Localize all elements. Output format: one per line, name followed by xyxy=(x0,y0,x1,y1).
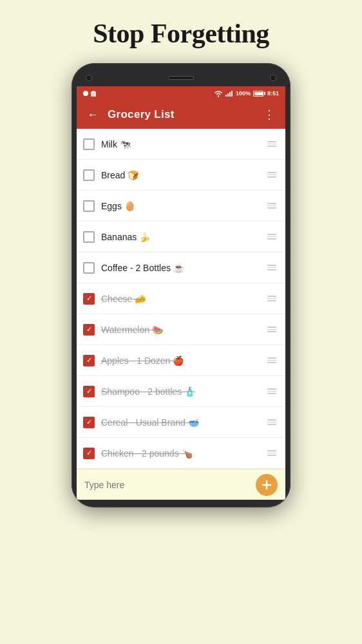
item-text-7: Watermelon 🍉 xyxy=(101,325,265,335)
item-text-1: Milk 🐄 xyxy=(101,139,265,149)
headline: Stop Forgetting xyxy=(93,18,269,49)
checkbox-7[interactable]: ✓ xyxy=(83,324,95,336)
earpiece xyxy=(168,76,194,80)
app-bar: ← Grocery List ⋮ xyxy=(77,100,285,129)
checkbox-11[interactable]: ✓ xyxy=(83,448,95,459)
checkbox-2[interactable] xyxy=(83,169,95,181)
status-bar: 100% 8:51 xyxy=(77,86,285,100)
svg-rect-2 xyxy=(225,95,227,97)
drag-handle-10[interactable] xyxy=(265,418,279,426)
list-item: Coffee - 2 Bottles ☕ xyxy=(77,252,285,283)
list-item: ✓Apples - 1 Dozen 🍎 xyxy=(77,345,285,376)
overflow-menu-button[interactable]: ⋮ xyxy=(261,105,278,124)
phone-screen: 100% 8:51 ← Grocery List ⋮ Milk 🐄Bread 🍞… xyxy=(77,86,285,500)
checkbox-5[interactable] xyxy=(83,262,95,274)
add-icon xyxy=(262,480,272,490)
drag-handle-9[interactable] xyxy=(265,387,279,395)
status-left xyxy=(83,91,97,97)
item-text-6: Cheese 🧀 xyxy=(101,294,265,304)
checkbox-8[interactable]: ✓ xyxy=(83,355,95,366)
signal-dot xyxy=(83,91,88,96)
add-item-button[interactable] xyxy=(256,474,278,496)
svg-rect-4 xyxy=(229,92,231,97)
drag-handle-7[interactable] xyxy=(265,325,279,334)
item-text-11: Chicken - 2 pounds 🍗 xyxy=(101,448,265,459)
signal-icon xyxy=(225,91,233,97)
list-item: Eggs 🥚 xyxy=(77,191,285,222)
item-text-2: Bread 🍞 xyxy=(101,170,265,180)
new-item-input[interactable] xyxy=(84,480,256,490)
list-item: ✓Chicken - 2 pounds 🍗 xyxy=(77,438,285,469)
item-text-3: Eggs 🥚 xyxy=(101,201,265,211)
clock: 8:51 xyxy=(267,90,279,97)
status-right: 100% 8:51 xyxy=(214,90,279,97)
checkbox-9[interactable]: ✓ xyxy=(83,386,95,397)
item-text-8: Apples - 1 Dozen 🍎 xyxy=(101,355,265,366)
checkbox-3[interactable] xyxy=(83,200,95,212)
drag-handle-2[interactable] xyxy=(265,171,279,179)
grocery-list: Milk 🐄Bread 🍞Eggs 🥚Bananas 🍌Coffee - 2 B… xyxy=(77,129,285,469)
phone-frame: 100% 8:51 ← Grocery List ⋮ Milk 🐄Bread 🍞… xyxy=(71,63,291,507)
battery-fill xyxy=(254,92,263,95)
item-text-10: Cereal - Usual Brand 🥣 xyxy=(101,417,265,428)
list-item: ✓Cereal - Usual Brand 🥣 xyxy=(77,407,285,438)
list-item: Milk 🐄 xyxy=(77,129,285,160)
drag-handle-8[interactable] xyxy=(265,356,279,365)
svg-rect-5 xyxy=(231,91,233,97)
back-button[interactable]: ← xyxy=(84,106,101,124)
checkbox-1[interactable] xyxy=(83,138,95,150)
sim-icon xyxy=(91,91,97,97)
item-text-5: Coffee - 2 Bottles ☕ xyxy=(101,263,265,273)
list-item: Bread 🍞 xyxy=(77,160,285,191)
drag-handle-6[interactable] xyxy=(265,294,279,303)
list-item: ✓Cheese 🧀 xyxy=(77,283,285,314)
checkbox-10[interactable]: ✓ xyxy=(83,417,95,428)
battery-percent: 100% xyxy=(236,90,251,97)
phone-top-bar xyxy=(77,71,285,86)
svg-rect-1 xyxy=(92,91,95,93)
app-bar-title: Grocery List xyxy=(108,108,254,121)
drag-handle-3[interactable] xyxy=(265,202,279,210)
bottom-bar xyxy=(77,469,285,500)
list-item: Bananas 🍌 xyxy=(77,222,285,252)
drag-handle-4[interactable] xyxy=(265,232,279,241)
drag-handle-1[interactable] xyxy=(265,140,279,148)
svg-rect-3 xyxy=(227,93,229,97)
wifi-icon xyxy=(214,90,223,97)
battery-icon xyxy=(253,91,263,97)
list-item: ✓Shampoo - 2 bottles 🧴 xyxy=(77,376,285,407)
drag-handle-5[interactable] xyxy=(265,263,279,272)
front-camera xyxy=(86,75,92,81)
item-text-4: Bananas 🍌 xyxy=(101,232,265,242)
proximity-sensor xyxy=(270,75,276,81)
checkbox-4[interactable] xyxy=(83,231,95,243)
checkbox-6[interactable]: ✓ xyxy=(83,293,95,305)
drag-handle-11[interactable] xyxy=(265,449,279,457)
list-item: ✓Watermelon 🍉 xyxy=(77,314,285,345)
item-text-9: Shampoo - 2 bottles 🧴 xyxy=(101,386,265,397)
